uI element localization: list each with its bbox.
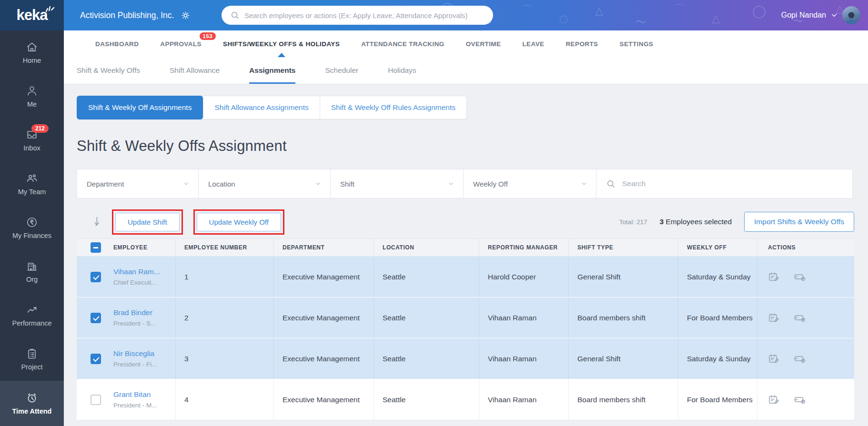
- revoke-shift-icon[interactable]: [794, 354, 807, 364]
- revoke-shift-icon[interactable]: [794, 272, 807, 282]
- edit-shift-icon[interactable]: [768, 394, 780, 406]
- sidebar-item-org[interactable]: Org: [0, 249, 64, 293]
- keka-logo[interactable]: keka: [0, 0, 64, 30]
- update-weekly-off-button[interactable]: Update Weekly Off: [197, 213, 281, 231]
- location-cell: Seattle: [374, 338, 479, 379]
- table-search[interactable]: [596, 169, 853, 198]
- sidebar-item-home[interactable]: Home: [0, 30, 64, 74]
- sidebar: keka Home Me 212 Inbox My Team My Financ…: [0, 0, 64, 426]
- sidebar-item-project[interactable]: Project: [0, 337, 64, 381]
- employee-link[interactable]: Brad Binder: [113, 308, 156, 317]
- sidebar-nav: Home Me 212 Inbox My Team My Finances Or…: [0, 30, 64, 426]
- edit-shift-icon[interactable]: [768, 271, 780, 283]
- select-all-checkbox[interactable]: [91, 242, 101, 253]
- row-checkbox[interactable]: [91, 395, 101, 405]
- column-header-reporting-manager: REPORTING MANAGER: [488, 244, 558, 251]
- tab-overtime[interactable]: OVERTIME: [466, 30, 501, 57]
- employee-number-cell: 4: [176, 379, 274, 420]
- sidebar-item-my-finances[interactable]: My Finances: [0, 206, 64, 249]
- chevron-down-icon: [831, 12, 838, 19]
- import-shifts-weekly-offs-button[interactable]: Import Shifts & Weekly Offs: [744, 212, 854, 232]
- row-checkbox[interactable]: [91, 272, 101, 282]
- row-checkbox[interactable]: [91, 354, 101, 364]
- tab-shifts-weekly-offs-holidays[interactable]: SHIFTS/WEEKLY OFFS & HOLIDAYS: [223, 30, 340, 57]
- location-filter[interactable]: Location: [198, 169, 331, 198]
- edit-shift-icon[interactable]: [768, 312, 780, 324]
- subtab-assignments[interactable]: Assignments: [249, 57, 295, 84]
- rupee-circle-icon: [26, 216, 38, 228]
- sidebar-item-label: Time Attend: [12, 407, 52, 415]
- view-shift-weekly-off-assignments[interactable]: Shift & Weekly Off Assignments: [77, 96, 203, 119]
- shift-type-cell: Board members shift: [569, 297, 678, 338]
- home-icon: [26, 41, 38, 53]
- sidebar-item-time-attend[interactable]: Time Attend: [0, 381, 64, 426]
- subtab-holidays[interactable]: Holidays: [388, 57, 416, 84]
- location-cell: Seattle: [374, 379, 479, 420]
- page-title: Shift & Weekly Offs Assignment: [77, 138, 868, 155]
- user-name: Gopi Nandan: [781, 11, 826, 20]
- tab-settings[interactable]: SETTINGS: [620, 30, 654, 57]
- logo-rays-icon: [45, 5, 55, 12]
- sidebar-item-label: Project: [21, 363, 42, 371]
- column-header-department: DEPARTMENT: [283, 244, 324, 251]
- sidebar-item-label: My Finances: [12, 232, 51, 239]
- active-tab-indicator: [278, 53, 285, 57]
- tab-dashboard[interactable]: DASHBOARD: [95, 30, 139, 57]
- employee-link[interactable]: Grant Bitan: [113, 390, 157, 399]
- weekly-off-cell: For Board Members: [678, 379, 757, 420]
- weekly-off-filter[interactable]: Weekly Off: [463, 169, 596, 198]
- table-toolbar: Update Shift Update Weekly Off Total: 21…: [77, 207, 854, 237]
- user-menu[interactable]: Gopi Nandan: [781, 0, 860, 30]
- weekly-off-cell: For Board Members: [678, 297, 757, 338]
- shift-filter[interactable]: Shift: [330, 169, 464, 198]
- location-cell: Seattle: [374, 297, 479, 338]
- shift-type-cell: General Shift: [569, 257, 678, 297]
- table-search-input[interactable]: [622, 179, 844, 188]
- sidebar-item-inbox[interactable]: 212 Inbox: [0, 118, 64, 162]
- employee-link[interactable]: Nir Bisceglia: [113, 349, 157, 358]
- employee-number-cell: 3: [176, 338, 274, 379]
- sidebar-item-performance[interactable]: Performance: [0, 293, 64, 337]
- sidebar-item-label: Home: [23, 57, 41, 64]
- tab-leave[interactable]: LEAVE: [522, 30, 544, 57]
- global-search[interactable]: [222, 6, 493, 25]
- department-cell: Executive Management: [274, 379, 374, 420]
- selected-count: 3 Employees selected: [659, 218, 732, 226]
- company-name[interactable]: Activision Publishing, Inc.: [80, 10, 174, 20]
- view-shift-weekly-off-rules-assignments[interactable]: Shift & Weekly Off Rules Assignments: [320, 96, 466, 119]
- tab-approvals[interactable]: APPROVALS153: [160, 30, 202, 57]
- reporting-manager-cell: Vihaan Raman: [479, 338, 569, 379]
- assignments-table: EMPLOYEE EMPLOYEE NUMBER DEPARTMENT LOCA…: [77, 238, 854, 420]
- tab-attendance-tracking[interactable]: ATTENDANCE TRACKING: [361, 30, 444, 57]
- revoke-shift-icon[interactable]: [794, 313, 807, 323]
- sidebar-item-label: Inbox: [23, 144, 40, 152]
- edit-shift-icon[interactable]: [768, 353, 780, 365]
- employee-link[interactable]: Vihaan Ram...: [113, 267, 160, 276]
- department-filter[interactable]: Department: [77, 169, 199, 198]
- subtab-shift-weekly-offs[interactable]: Shift & Weekly Offs: [77, 57, 140, 84]
- subtab-scheduler[interactable]: Scheduler: [325, 57, 358, 84]
- update-shift-button[interactable]: Update Shift: [115, 213, 180, 231]
- tab-reports[interactable]: REPORTS: [565, 30, 598, 57]
- view-shift-allowance-assignments[interactable]: Shift Allowance Assignments: [203, 96, 320, 119]
- avatar[interactable]: [842, 6, 860, 24]
- reporting-manager-cell: Vihaan Raman: [479, 297, 569, 338]
- sidebar-item-me[interactable]: Me: [0, 74, 64, 118]
- tab-label: SETTINGS: [620, 40, 654, 48]
- sidebar-item-label: Me: [27, 100, 37, 108]
- sidebar-item-my-team[interactable]: My Team: [0, 162, 64, 206]
- row-checkbox[interactable]: [91, 313, 101, 323]
- department-cell: Executive Management: [274, 257, 374, 297]
- weekly-off-cell: Saturday & Sunday: [678, 257, 757, 297]
- location-cell: Seattle: [374, 257, 479, 297]
- filter-label: Weekly Off: [473, 180, 508, 188]
- table-row: Vihaan Ram... Chief Executi... 1 Executi…: [77, 257, 854, 297]
- revoke-shift-icon[interactable]: [794, 395, 807, 405]
- department-cell: Executive Management: [274, 338, 374, 379]
- employee-title: President - S...: [113, 320, 156, 327]
- subtab-shift-allowance[interactable]: Shift Allowance: [170, 57, 220, 84]
- company-settings-gear-icon[interactable]: [181, 10, 191, 20]
- sort-arrow-icon[interactable]: [91, 216, 101, 228]
- global-search-input[interactable]: [244, 11, 484, 20]
- tab-label: DASHBOARD: [95, 40, 139, 48]
